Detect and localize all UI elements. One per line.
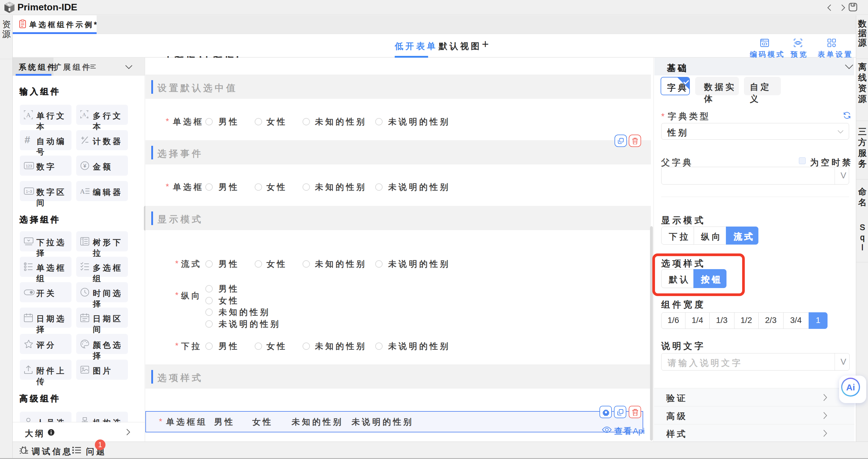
svg-text:A: A (83, 112, 86, 117)
svg-text:A: A (80, 188, 85, 195)
svg-text:123: 123 (26, 164, 32, 168)
svg-text:1~3: 1~3 (26, 190, 32, 194)
svg-text:A: A (26, 112, 31, 119)
svg-text:¥: ¥ (83, 163, 87, 169)
